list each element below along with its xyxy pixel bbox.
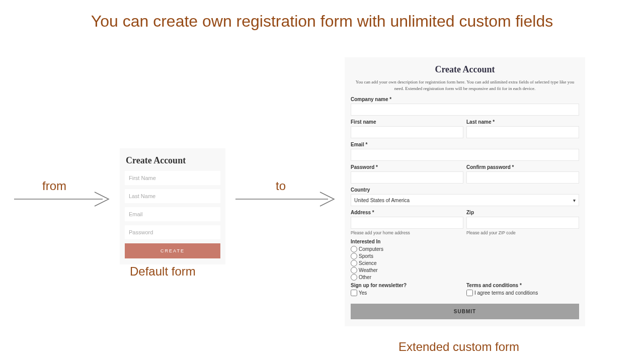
- interest-radio-science[interactable]: [351, 260, 357, 266]
- firstname-input[interactable]: [351, 126, 463, 138]
- lastname-label: Last name *: [466, 119, 579, 125]
- zip-label: Zip: [466, 210, 579, 215]
- address-input[interactable]: [351, 217, 463, 229]
- terms-checkbox[interactable]: [466, 290, 473, 296]
- default-form-panel: Create Account CREATE: [120, 148, 225, 264]
- interest-radio-other[interactable]: [351, 274, 357, 281]
- country-select[interactable]: United States of America: [351, 194, 579, 206]
- interest-radio-sports[interactable]: [351, 253, 357, 259]
- page-headline: You can create own registration form wit…: [0, 0, 644, 31]
- interest-option: Computers: [359, 246, 383, 252]
- email-input[interactable]: [125, 207, 220, 221]
- interest-radio-weather[interactable]: [351, 267, 357, 274]
- arrow-icon: [14, 190, 111, 208]
- interest-radio-computers[interactable]: [351, 246, 357, 252]
- company-label: Company name *: [351, 97, 579, 102]
- ext-email-input[interactable]: [351, 149, 579, 161]
- interest-option: Other: [359, 275, 371, 280]
- confirm-password-input[interactable]: [466, 171, 579, 184]
- first-name-input[interactable]: [125, 171, 220, 185]
- interest-option: Science: [359, 260, 377, 266]
- ext-password-input[interactable]: [351, 171, 463, 184]
- confirm-password-label: Confirm password *: [466, 164, 579, 170]
- interest-radio-group: Computers Sports Science Weather Other: [351, 246, 579, 281]
- password-label: Password *: [351, 164, 463, 170]
- extended-form-panel: Create Account You can add your own desc…: [345, 57, 585, 326]
- extended-form-description: You can add your own description for reg…: [351, 79, 579, 97]
- extended-form-title: Create Account: [351, 62, 579, 79]
- interest-option: Weather: [359, 267, 378, 273]
- country-label: Country: [351, 187, 579, 193]
- company-input[interactable]: [351, 104, 579, 116]
- email-label: Email *: [351, 142, 579, 147]
- terms-option: I agree terms and conditions: [474, 290, 538, 296]
- interested-label: Interested In: [351, 239, 579, 244]
- arrow-icon: [235, 190, 336, 208]
- newsletter-option: Yes: [359, 290, 367, 296]
- password-input[interactable]: [125, 225, 220, 239]
- zip-input[interactable]: [466, 217, 579, 229]
- last-name-input[interactable]: [125, 189, 220, 203]
- lastname-input[interactable]: [466, 126, 579, 138]
- zip-hint: Please add your ZIP code: [466, 230, 579, 235]
- newsletter-checkbox[interactable]: [351, 290, 357, 296]
- terms-label: Terms and conditions *: [466, 283, 579, 288]
- default-form-caption: Default form: [130, 264, 196, 279]
- extended-form-caption: Extended custom form: [398, 340, 519, 354]
- default-form-title: Create Account: [125, 153, 220, 171]
- address-hint: Please add your home address: [351, 230, 463, 235]
- firstname-label: First name: [351, 119, 463, 125]
- newsletter-label: Sign up for newsletter?: [351, 283, 463, 288]
- submit-button[interactable]: SUBMIT: [351, 304, 579, 319]
- interest-option: Sports: [359, 253, 373, 259]
- address-label: Address *: [351, 210, 463, 215]
- create-button[interactable]: CREATE: [125, 243, 220, 258]
